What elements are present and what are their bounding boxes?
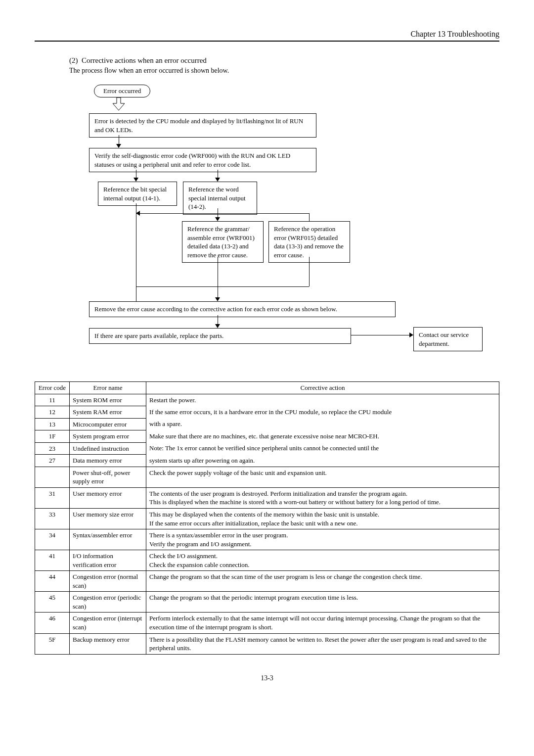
- flow-line: [136, 213, 309, 214]
- cell-action: Check the power supply voltage of the ba…: [146, 467, 499, 487]
- table-row: 12 System RAM error If the same error oc…: [35, 406, 499, 419]
- arrow-left-icon: [136, 211, 140, 216]
- flow-line: [136, 203, 136, 302]
- cell-code: 5F: [35, 633, 70, 654]
- cell-code: 31: [35, 487, 70, 508]
- arrow-down-icon: [215, 217, 220, 221]
- arrow-right-icon: [409, 332, 413, 337]
- cell-name: Microcomputer error: [70, 418, 146, 430]
- flow-box-6: If there are spare parts available, repl…: [89, 328, 351, 344]
- cell-action: Change the program so that the periodic …: [146, 592, 499, 613]
- cell-name: Data memory error: [70, 455, 146, 467]
- cell-action: If the same error occurs, it is a hardwa…: [146, 406, 499, 419]
- flow-box-2: Verify the self-diagnostic error code (W…: [89, 148, 316, 172]
- cell-name: Syntax/assembler error: [70, 529, 146, 550]
- cell-name: Power shut-off, power supply error: [70, 467, 146, 487]
- cell-code: 13: [35, 418, 70, 430]
- cell-action: Change the program so that the scan time…: [146, 571, 499, 592]
- cell-code: 41: [35, 550, 70, 571]
- cell-code: 11: [35, 394, 70, 406]
- table-row: Power shut-off, power supply error Check…: [35, 467, 499, 487]
- cell-code: [35, 467, 70, 487]
- flow-line: [218, 257, 218, 286]
- hollow-arrow-icon: [113, 97, 125, 111]
- error-code-table: Error code Error name Corrective action …: [35, 381, 499, 655]
- cell-action: This may be displayed when the contents …: [146, 509, 499, 529]
- cell-action: There is a possibility that the FLASH me…: [146, 633, 499, 654]
- cell-name: System program error: [70, 430, 146, 443]
- cell-code: 12: [35, 406, 70, 419]
- cell-name: I/O information verification error: [70, 550, 146, 571]
- flow-line: [309, 213, 310, 221]
- cell-name: User memory size error: [70, 509, 146, 529]
- cell-action: Note: The 1x error cannot be verified si…: [146, 442, 499, 455]
- flow-line: [218, 286, 218, 298]
- flow-line: [351, 335, 410, 335]
- cell-name: User memory error: [70, 487, 146, 508]
- cell-name: Backup memory error: [70, 633, 146, 654]
- cell-code: 44: [35, 571, 70, 592]
- chapter-header: Chapter 13 Troubleshooting: [35, 30, 499, 42]
- table-header-row: Error code Error name Corrective action: [35, 382, 499, 394]
- table-row: 33 User memory size error This may be di…: [35, 509, 499, 529]
- page-number: 13-3: [35, 674, 499, 682]
- cell-code: 23: [35, 442, 70, 455]
- flow-line: [309, 257, 310, 286]
- table-row: 1F System program error Make sure that t…: [35, 430, 499, 443]
- cell-action: Restart the power.: [146, 394, 499, 406]
- cell-code: 45: [35, 592, 70, 613]
- flow-line: [218, 315, 218, 325]
- cell-name: System RAM error: [70, 406, 146, 419]
- section-title-text: Corrective actions when an error occurre…: [82, 56, 207, 64]
- table-row: 45 Congestion error (periodic scan) Chan…: [35, 592, 499, 613]
- flow-line: [119, 135, 119, 145]
- table-row: 46 Congestion error (interrupt scan) Per…: [35, 613, 499, 633]
- table-row: 23 Undefined instruction Note: The 1x er…: [35, 442, 499, 455]
- flow-box-7: Contact our service department.: [413, 327, 483, 351]
- flow-box-1: Error is detected by the CPU module and …: [89, 113, 316, 138]
- cell-action: Make sure that there are no machines, et…: [146, 430, 499, 443]
- cell-action: with a spare.: [146, 418, 499, 430]
- flowchart: Error occurred Error is detected by the …: [89, 85, 485, 367]
- cell-action: Check the I/O assignment.Check the expan…: [146, 550, 499, 571]
- cell-action: Perform interlock externally to that the…: [146, 613, 499, 633]
- flow-box-5: Remove the error cause according to the …: [89, 301, 396, 317]
- section-title: (2) Corrective actions when an error occ…: [69, 56, 499, 65]
- cell-code: 46: [35, 613, 70, 633]
- table-row: 27 Data memory error system starts up af…: [35, 455, 499, 467]
- table-row: 44 Congestion error (normal scan) Change…: [35, 571, 499, 592]
- col-error-name: Error name: [70, 382, 146, 394]
- flow-line: [136, 286, 309, 287]
- arrow-down-icon: [215, 178, 220, 182]
- cell-name: Congestion error (periodic scan): [70, 592, 146, 613]
- arrow-down-icon: [134, 178, 138, 182]
- cell-action: There is a syntax/assembler error in the…: [146, 529, 499, 550]
- table-row: 41 I/O information verification error Ch…: [35, 550, 499, 571]
- cell-name: Congestion error (normal scan): [70, 571, 146, 592]
- section-num: (2): [69, 56, 78, 64]
- cell-code: 27: [35, 455, 70, 467]
- arrow-down-icon: [215, 297, 220, 301]
- arrow-down-icon: [215, 324, 220, 328]
- cell-code: 33: [35, 509, 70, 529]
- cell-action: system starts up after powering on again…: [146, 455, 499, 467]
- table-row: 34 Syntax/assembler error There is a syn…: [35, 529, 499, 550]
- flow-start: Error occurred: [94, 85, 150, 97]
- section-subtitle: The process flow when an error occurred …: [69, 67, 499, 75]
- cell-name: System ROM error: [70, 394, 146, 406]
- table-row: 5F Backup memory error There is a possib…: [35, 633, 499, 654]
- arrow-down-icon: [116, 144, 121, 148]
- flow-box-4a: Reference the grammar/ assemble error (W…: [182, 221, 264, 263]
- cell-code: 1F: [35, 430, 70, 443]
- cell-name: Congestion error (interrupt scan): [70, 613, 146, 633]
- table-row: 13 Microcomputer error with a spare.: [35, 418, 499, 430]
- cell-code: 34: [35, 529, 70, 550]
- flow-box-3a: Reference the bit special internal outpu…: [98, 182, 177, 206]
- flow-box-3b: Reference the word special internal outp…: [183, 182, 257, 215]
- col-corrective-action: Corrective action: [146, 382, 499, 394]
- col-error-code: Error code: [35, 382, 70, 394]
- table-row: 11 System ROM error Restart the power.: [35, 394, 499, 406]
- table-row: 31 User memory error The contents of the…: [35, 487, 499, 508]
- cell-name: Undefined instruction: [70, 442, 146, 455]
- cell-action: The contents of the user program is dest…: [146, 487, 499, 508]
